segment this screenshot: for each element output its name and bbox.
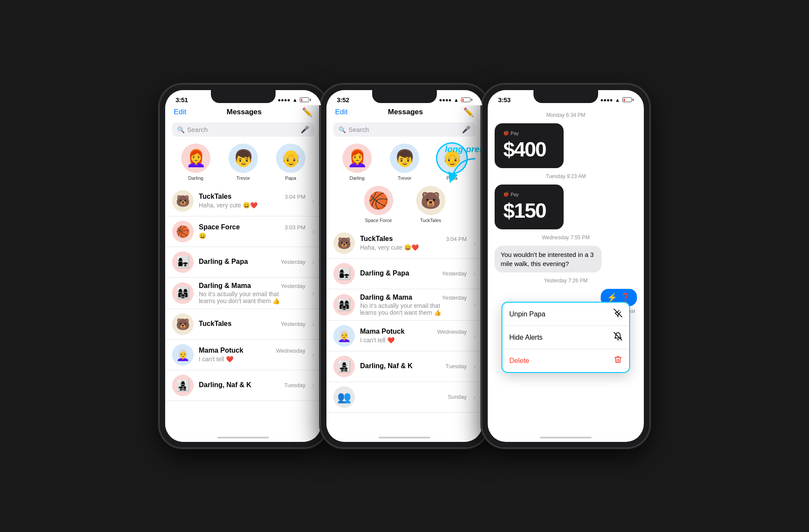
msg-time-mp-2: Wednesday <box>437 329 467 335</box>
msg-name-mp-1: Mama Potuck <box>199 347 243 354</box>
msg-avatar-1: 🐻 <box>172 190 194 212</box>
hidealerts-label-3: Hide Alerts <box>509 334 542 341</box>
notch-3 <box>533 90 598 103</box>
msg-content-dp-1: Darling & Papa Yesterday <box>199 258 305 266</box>
battery-body-3 <box>622 97 632 102</box>
time-2: 3:52 <box>337 96 349 103</box>
context-item-hidealerts-3[interactable]: Hide Alerts <box>502 326 629 349</box>
pinned-name-spaceforce-2: Space Force <box>365 218 392 223</box>
msg-top-tt2-1: TuckTales Yesterday <box>199 320 305 328</box>
msg-name-dm-1: Darling & Mama <box>199 282 251 290</box>
pinned-name-darling-2: Darling <box>350 175 365 181</box>
chevron-dp-2: › <box>473 270 476 277</box>
battery-icon-2 <box>461 97 472 102</box>
apple-pay-logo-150-3: 🍎 Pay <box>503 191 555 197</box>
pinned-spaceforce-2[interactable]: 🏀 Space Force <box>364 186 393 223</box>
chevron-dm-1: › <box>312 290 314 297</box>
search-bar-2[interactable]: 🔍 Search 🎤 <box>333 122 476 137</box>
message-item-tucktales-1[interactable]: 🐻 TuckTales 3:04 PM Haha, very cute 😄❤️ … <box>165 186 321 216</box>
phone-frame-2: 3:52 ●●●● ▲ Edit M <box>320 84 489 448</box>
signal-icon-1: ●●●● <box>278 97 290 103</box>
pay-text-150: Pay <box>511 192 519 197</box>
conversation-messages-3: Monday 6:34 PM 🍎 Pay $400 Tuesday 9:23 A… <box>488 105 644 442</box>
msg-preview-mp-2: I can't tell ❤️ <box>360 337 395 344</box>
msg-avatar-sf-1: 🏀 <box>172 221 194 242</box>
compose-button-1[interactable]: ✏️ <box>302 107 313 117</box>
message-item-darlingpapa-1[interactable]: 👩‍👧 Darling & Papa Yesterday › <box>165 247 321 278</box>
pinned-contacts-2-row1: 👩‍🦰 Darling 👦 Trevor 👴 Papa long-press <box>326 140 483 186</box>
notch-2 <box>372 90 437 103</box>
pinned-name-darling-1: Darling <box>188 175 204 181</box>
context-item-unpin-3[interactable]: Unpin Papa <box>502 303 629 326</box>
phone-1: 3:51 ●●●● ▲ Edit M <box>159 84 327 448</box>
battery-tip-2 <box>471 99 472 101</box>
msg-avatar-dp-2: 👩‍👧 <box>333 263 355 285</box>
notch-1 <box>211 90 276 103</box>
hidealerts-icon-3 <box>614 332 622 343</box>
message-item-mamapotuck-1[interactable]: 👩‍🦳 Mama Potuck Wednesday I can't tell ❤… <box>165 340 321 370</box>
unpin-label-3: Unpin Papa <box>509 310 546 318</box>
message-item-tucktales-2[interactable]: 🐻 TuckTales 3:04 PM Haha, very cute 😄❤️ … <box>326 228 483 259</box>
pinned-darling-1[interactable]: 👩‍🦰 Darling <box>181 144 210 181</box>
msg-preview-tt-2: Haha, very cute 😄❤️ <box>360 244 419 251</box>
compose-button-2[interactable]: ✏️ <box>463 107 474 117</box>
pinned-trevor-2[interactable]: 👦 Trevor <box>390 144 419 181</box>
message-item-darlingpapa-2[interactable]: 👩‍👧 Darling & Papa Yesterday › <box>326 259 483 289</box>
message-item-darlingmama-2[interactable]: 👩‍👩‍👧 Darling & Mama Yesterday No it's a… <box>326 289 483 321</box>
msg-preview-sf-1: 😄 <box>199 232 206 239</box>
msg-content-dnk-1: Darling, Naf & K Tuesday <box>199 381 305 390</box>
chevron-dp-1: › <box>312 259 314 266</box>
msg-time-1: 3:04 PM <box>285 194 305 200</box>
status-icons-2: ●●●● ▲ <box>439 97 472 103</box>
wifi-icon-1: ▲ <box>292 97 298 103</box>
nav-title-1: Messages <box>227 108 262 116</box>
date-tuesday-3: Tuesday 9:23 AM <box>495 173 637 179</box>
battery-fill-3 <box>624 99 625 101</box>
msg-avatar-tt2-1: 🐻 <box>172 313 194 335</box>
pinned-contacts-2-row2: 🏀 Space Force 🐻 TuckTales <box>326 186 483 228</box>
screen-content-2: 3:52 ●●●● ▲ Edit M <box>326 90 483 442</box>
chevron-1: › <box>312 197 314 204</box>
status-icons-3: ●●●● ▲ <box>600 97 633 103</box>
phone-screen-2: 3:52 ●●●● ▲ Edit M <box>326 90 483 442</box>
apple-icon-400: 🍎 <box>503 130 509 136</box>
msg-avatar-dm-2: 👩‍👩‍👧 <box>333 294 355 316</box>
long-press-annotation: long-press <box>445 144 483 186</box>
edit-button-2[interactable]: Edit <box>335 108 348 116</box>
message-item-tucktales2-1[interactable]: 🐻 TuckTales Yesterday › <box>165 309 321 340</box>
msg-content-dm-1: Darling & Mama Yesterday No it's actuall… <box>199 282 305 304</box>
pinned-name-papa-1: Papa <box>285 175 296 181</box>
date-yesterday-3: Yesterday 7:26 PM <box>495 278 637 284</box>
pinned-papa-1[interactable]: 👴 Papa <box>276 144 305 181</box>
msg-content-tt2-1: TuckTales Yesterday <box>199 320 305 329</box>
battery-icon-1 <box>300 97 311 102</box>
chevron-mp-2: › <box>473 332 476 339</box>
message-item-sunday-2[interactable]: 👥 Sunday › <box>326 382 483 413</box>
apple-pay-bubble-150-3: 🍎 Pay $150 <box>495 185 564 229</box>
text-bubble-received-3: You wouldn't be interested in a 3 mile w… <box>495 246 602 272</box>
message-item-darlingnafk-1[interactable]: 👩‍👧‍👦 Darling, Naf & K Tuesday › <box>165 370 321 401</box>
pinned-trevor-1[interactable]: 👦 Trevor <box>229 144 258 181</box>
message-item-mamapotuck-2[interactable]: 👩‍🦳 Mama Potuck Wednesday I can't tell ❤… <box>326 321 483 351</box>
nav-bar-1: Edit Messages ✏️ <box>165 105 321 121</box>
message-item-darlingnafk-2[interactable]: 👩‍👧‍👦 Darling, Naf & K Tuesday › <box>326 351 483 382</box>
battery-body-1 <box>300 97 309 102</box>
msg-content-tt-2: TuckTales 3:04 PM Haha, very cute 😄❤️ <box>360 235 467 251</box>
message-item-spaceforce-1[interactable]: 🏀 Space Force 3:03 PM 😄 › <box>165 216 321 247</box>
msg-name-mp-2: Mama Potuck <box>360 328 404 335</box>
msg-top-sf-1: Space Force 3:03 PM <box>199 223 305 231</box>
search-bar-1[interactable]: 🔍 Search 🎤 <box>172 122 314 137</box>
message-item-darlingmama-1[interactable]: 👩‍👩‍👧 Darling & Mama Yesterday No it's a… <box>165 278 321 309</box>
msg-content-dp-2: Darling & Papa Yesterday <box>360 269 467 278</box>
avatar-papa-1: 👴 <box>276 144 305 173</box>
edit-button-1[interactable]: Edit <box>174 108 186 116</box>
pinned-darling-2[interactable]: 👩‍🦰 Darling <box>342 144 372 181</box>
pinned-tucktales-2[interactable]: 🐻 TuckTales <box>416 186 445 223</box>
msg-preview-dm-1: No it's actually your email that learns … <box>199 291 294 304</box>
nav-title-2: Messages <box>388 108 423 116</box>
msg-time-dp-1: Yesterday <box>281 259 305 265</box>
apple-pay-amount-150: $150 <box>503 199 555 222</box>
context-item-delete-3[interactable]: Delete <box>502 349 629 372</box>
msg-name-dm-2: Darling & Mama <box>360 294 412 301</box>
msg-content-sf-1: Space Force 3:03 PM 😄 <box>199 223 305 240</box>
